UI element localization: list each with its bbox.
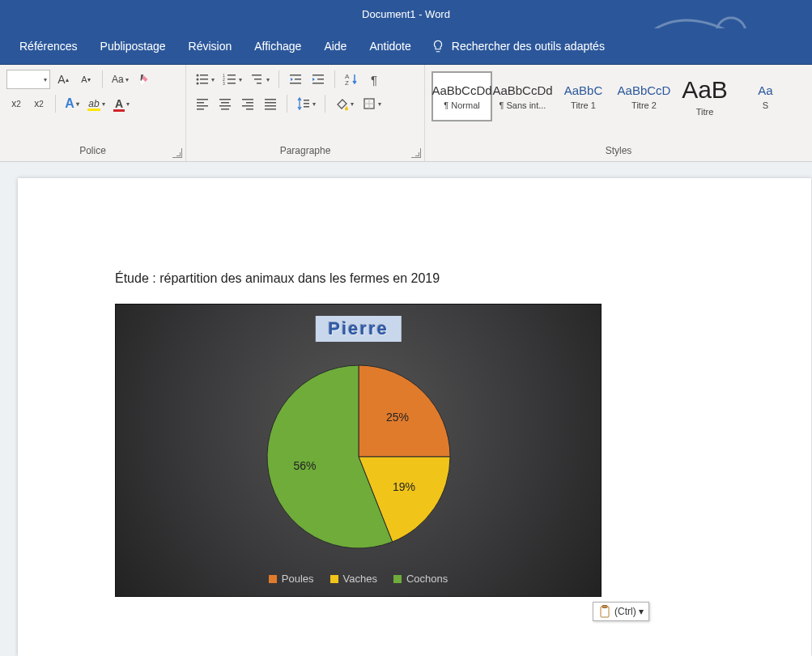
font-group: ▾ A▴ A▾ Aa▾ x2 x2 A▾ ab▾ [0, 65, 186, 161]
svg-point-4 [197, 79, 199, 81]
style-item[interactable]: AaBbCcDd¶ Sans int... [492, 71, 553, 121]
svg-rect-3 [200, 75, 208, 76]
shrink-font-button[interactable]: A▾ [76, 70, 96, 89]
numbering-icon: 123 [223, 72, 237, 87]
tab-help[interactable]: Aide [312, 33, 358, 59]
legend-item: Cochons [393, 573, 448, 585]
pie-slice-label: 19% [393, 480, 415, 493]
indent-icon [311, 72, 325, 87]
align-right-button[interactable] [238, 94, 257, 113]
style-item[interactable]: AaBbCcDTitre 2 [614, 71, 674, 121]
bullets-button[interactable]: ▾ [193, 70, 217, 89]
style-preview: AaBbCcD [618, 83, 671, 97]
increase-indent-button[interactable] [308, 70, 328, 89]
sort-button[interactable]: AZ [342, 70, 361, 89]
tab-antidote[interactable]: Antidote [358, 33, 422, 59]
subscript-button[interactable]: x2 [6, 94, 26, 113]
ribbon: ▾ A▴ A▾ Aa▾ x2 x2 A▾ ab▾ [0, 65, 812, 162]
style-preview: Aa [758, 83, 772, 97]
style-name: ¶ Sans int... [500, 100, 546, 110]
show-marks-button[interactable]: ¶ [364, 70, 384, 89]
clipboard-icon [598, 605, 611, 618]
paragraph-group: ▾ 123▾ ▾ AZ ¶ ▾ ▾ ▾ Para [186, 65, 425, 161]
svg-rect-48 [602, 606, 607, 608]
tab-references[interactable]: Références [8, 33, 89, 59]
borders-button[interactable]: ▾ [359, 94, 384, 113]
legend-item: Poules [269, 573, 314, 585]
legend-label: Poules [282, 573, 314, 585]
line-spacing-icon [296, 96, 311, 111]
svg-rect-22 [312, 83, 324, 84]
shading-button[interactable]: ▾ [332, 94, 356, 113]
align-center-icon [218, 96, 232, 111]
svg-rect-41 [304, 100, 309, 101]
style-name: Titre 1 [571, 100, 596, 110]
style-preview: AaBbCcDd [432, 83, 491, 97]
line-spacing-button[interactable]: ▾ [294, 94, 318, 113]
svg-rect-27 [197, 105, 208, 107]
font-size-combo[interactable]: ▾ [6, 70, 50, 89]
styles-gallery[interactable]: AaBbCcDd¶ NormalAaBbCcDd¶ Sans int...AaB… [430, 70, 812, 123]
decrease-indent-button[interactable] [286, 70, 305, 89]
svg-rect-15 [254, 79, 261, 80]
style-item[interactable]: AaBbCcDd¶ Normal [432, 71, 492, 121]
text-effects-button[interactable]: A▾ [62, 94, 82, 113]
bullets-icon [195, 72, 210, 87]
font-color-button[interactable]: A▾ [111, 94, 132, 113]
tell-me-search[interactable]: Rechercher des outils adaptés [431, 39, 605, 53]
svg-rect-37 [265, 99, 276, 100]
svg-rect-31 [219, 105, 231, 107]
pie-slice-label: 56% [293, 459, 316, 472]
tab-mailings[interactable]: Publipostage [89, 33, 177, 59]
grow-font-button[interactable]: A▴ [53, 70, 73, 89]
align-center-button[interactable] [215, 94, 235, 113]
window-title: Document1 - Word [362, 8, 450, 20]
svg-rect-40 [265, 109, 276, 110]
multilevel-list-button[interactable]: ▾ [248, 70, 272, 89]
svg-rect-5 [200, 79, 208, 80]
outdent-icon [288, 72, 303, 87]
legend-label: Cochons [406, 573, 448, 585]
style-item[interactable]: AaS [735, 71, 796, 121]
justify-button[interactable] [261, 94, 280, 113]
eraser-icon [137, 72, 151, 87]
paste-options-button[interactable]: (Ctrl) ▾ [593, 602, 649, 621]
numbering-button[interactable]: 123▾ [220, 70, 244, 89]
style-name: S [763, 100, 768, 110]
chart-object[interactable]: Pierre 25%19%56% PoulesVachesCochons [115, 304, 602, 597]
svg-rect-32 [221, 109, 229, 110]
style-item[interactable]: AaBTitre [674, 71, 735, 121]
change-case-button[interactable]: Aa▾ [109, 70, 131, 89]
tab-review[interactable]: Révision [177, 33, 244, 59]
svg-point-6 [197, 83, 199, 85]
style-preview: AaB [682, 76, 728, 104]
borders-icon [362, 96, 376, 111]
superscript-button[interactable]: x2 [29, 94, 49, 113]
svg-rect-33 [242, 99, 253, 100]
multilevel-icon [250, 72, 265, 87]
font-dialog-launcher[interactable] [172, 148, 182, 158]
align-left-icon [195, 96, 210, 111]
style-item[interactable]: AaBbCTitre 1 [553, 71, 614, 121]
tab-view[interactable]: Affichage [243, 33, 312, 59]
page[interactable]: Étude : répartition des animaux dans les… [18, 178, 811, 656]
style-name: Titre 2 [631, 100, 657, 110]
svg-rect-43 [304, 106, 309, 108]
svg-rect-7 [200, 83, 208, 84]
clear-formatting-button[interactable] [134, 70, 154, 89]
svg-rect-34 [246, 102, 253, 104]
svg-rect-29 [219, 99, 231, 100]
highlight-button[interactable]: ab▾ [85, 94, 108, 113]
legend-item: Vaches [330, 573, 377, 585]
svg-rect-42 [304, 103, 309, 104]
svg-rect-20 [312, 75, 324, 76]
style-preview: AaBbC [564, 83, 603, 97]
chart-title: Pierre [315, 316, 401, 342]
document-heading[interactable]: Étude : répartition des animaux dans les… [115, 271, 811, 286]
svg-rect-36 [246, 109, 253, 110]
paragraph-dialog-launcher[interactable] [411, 148, 421, 158]
justify-icon [263, 96, 278, 111]
align-left-button[interactable] [193, 94, 212, 113]
ribbon-tabs: Références Publipostage Révision Afficha… [0, 28, 812, 65]
tell-me-text: Rechercher des outils adaptés [452, 40, 605, 53]
